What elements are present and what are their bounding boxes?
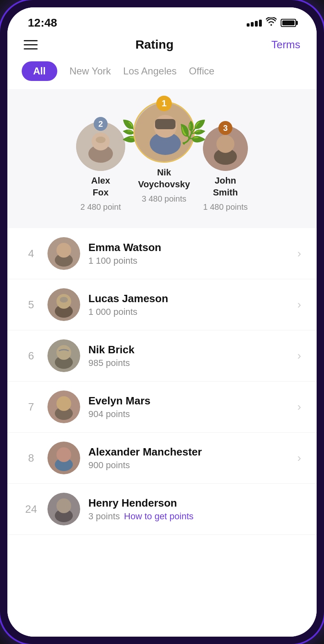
avatar — [47, 237, 80, 270]
podium-avatar-wrap-2: 2 — [76, 122, 125, 171]
phone-frame: 12:48 — [0, 0, 324, 644]
status-icons — [247, 17, 296, 29]
list-item[interactable]: 8 Alexander Manchester 900 points › — [7, 433, 317, 484]
rank-number: 24 — [23, 503, 39, 516]
svg-point-26 — [56, 447, 71, 462]
tab-office[interactable]: Office — [189, 65, 214, 77]
podium-points-3: 1 480 points — [203, 202, 248, 212]
menu-line-1 — [24, 40, 38, 41]
chevron-right-icon: › — [297, 298, 301, 311]
how-to-get-points-link[interactable]: How to get points — [124, 511, 194, 522]
rank-number: 8 — [23, 452, 39, 464]
svg-point-3 — [96, 137, 106, 143]
avatar — [47, 442, 80, 474]
menu-icon[interactable] — [24, 40, 38, 49]
avatar — [47, 288, 80, 321]
list-item[interactable]: 7 Evelyn Mars 904 points › — [7, 381, 317, 433]
user-points: 904 points — [88, 409, 289, 420]
chevron-right-icon: › — [297, 247, 301, 260]
list-info: Nik Brick 985 points — [88, 343, 289, 368]
status-time: 12:48 — [28, 16, 57, 29]
podium-name-2: AlexFox — [91, 175, 110, 198]
tab-all[interactable]: All — [22, 61, 57, 81]
menu-line-2 — [24, 44, 38, 45]
list-item[interactable]: 5 Lucas Jameson 1 000 points › — [7, 279, 317, 330]
wifi-icon — [266, 17, 277, 29]
podium-points-2: 2 480 point — [81, 202, 121, 212]
svg-point-29 — [56, 498, 71, 513]
list-info: Emma Watson 1 100 points — [88, 241, 289, 266]
podium-name-3: JohnSmith — [213, 175, 238, 198]
avatar — [47, 339, 80, 372]
ranking-list: 4 Emma Watson 1 100 points › 5 Lucas Jam… — [7, 228, 317, 637]
user-points: 1 100 points — [88, 256, 289, 266]
user-name: Lucas Jameson — [88, 292, 289, 305]
user-points: 1 000 points — [88, 307, 289, 317]
chevron-right-icon: › — [297, 349, 301, 362]
svg-point-20 — [56, 345, 71, 360]
menu-line-3 — [24, 48, 38, 49]
svg-point-23 — [56, 396, 71, 411]
list-info: Evelyn Mars 904 points — [88, 395, 289, 420]
rank-number: 5 — [23, 298, 39, 311]
podium-item-1[interactable]: 🌿 1 🌿 NikVoyc — [133, 101, 195, 204]
list-info: Henry Henderson 3 points How to get poin… — [88, 497, 301, 522]
svg-point-17 — [60, 297, 68, 303]
rank-number: 7 — [23, 401, 39, 413]
avatar — [47, 390, 80, 423]
user-name: Emma Watson — [88, 241, 289, 254]
rank-badge-2: 2 — [94, 117, 108, 131]
rank-number: 4 — [23, 247, 39, 260]
header: Rating Terms — [7, 34, 317, 58]
terms-link[interactable]: Terms — [271, 38, 300, 51]
user-name: Nik Brick — [88, 343, 289, 356]
podium-item-3[interactable]: 3 JohnSmith 1 480 points — [203, 126, 248, 212]
podium-name-1: NikVoychovsky — [138, 167, 190, 190]
chevron-right-icon: › — [297, 400, 301, 413]
podium-item-2[interactable]: 2 AlexFox 2 480 point — [76, 122, 125, 212]
user-name: Henry Henderson — [88, 497, 301, 509]
filter-tabs: All New York Los Angeles Office — [7, 58, 317, 89]
status-bar: 12:48 — [7, 7, 317, 34]
page-title: Rating — [135, 38, 173, 52]
list-info: Alexander Manchester 900 points — [88, 446, 289, 471]
user-points: 900 points — [88, 460, 289, 471]
list-meta: 3 points How to get points — [88, 511, 301, 522]
user-points: 985 points — [88, 358, 289, 368]
signal-bars-icon — [247, 20, 262, 27]
svg-rect-7 — [155, 119, 176, 129]
tab-new-york[interactable]: New York — [70, 65, 111, 77]
list-info: Lucas Jameson 1 000 points — [88, 292, 289, 317]
battery-icon — [281, 19, 296, 27]
list-item[interactable]: 24 Henry Henderson 3 points How to get p… — [7, 484, 317, 535]
avatar — [47, 493, 80, 525]
svg-point-13 — [56, 243, 71, 258]
laurel-wrap: 🌿 1 🌿 — [133, 101, 195, 163]
phone-screen: 12:48 — [7, 7, 317, 637]
rank-badge-1: 1 — [156, 96, 172, 111]
list-item[interactable]: 6 Nik Brick 985 points › — [7, 330, 317, 381]
podium-points-1: 3 480 points — [142, 194, 187, 204]
user-name: Alexander Manchester — [88, 446, 289, 458]
chevron-right-icon: › — [297, 451, 301, 464]
user-points: 3 points — [88, 511, 120, 522]
podium-avatar-wrap-3: 3 — [203, 126, 248, 171]
rank-number: 6 — [23, 350, 39, 362]
user-name: Evelyn Mars — [88, 395, 289, 407]
list-item[interactable]: 4 Emma Watson 1 100 points › — [7, 228, 317, 279]
tab-los-angeles[interactable]: Los Angeles — [123, 65, 177, 77]
svg-point-10 — [216, 135, 234, 153]
podium-section: 2 AlexFox 2 480 point 🌿 — [7, 89, 317, 228]
rank-badge-3: 3 — [218, 121, 232, 135]
